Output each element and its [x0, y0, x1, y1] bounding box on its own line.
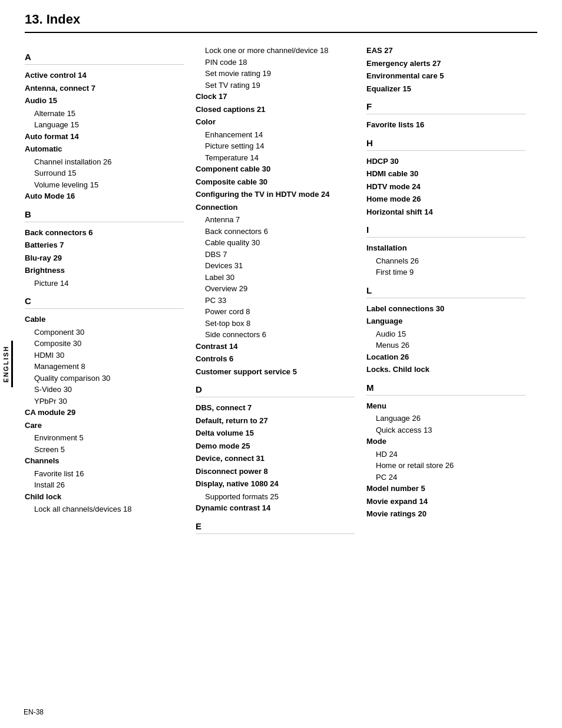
index-entry: Install 26	[25, 479, 184, 491]
index-entry: Delta volume 15	[196, 427, 355, 439]
index-entry: Movie expand 14	[366, 496, 525, 508]
index-entry: Location 26	[366, 351, 525, 363]
index-entry: YPbPr 30	[25, 396, 184, 407]
index-entry: Demo mode 25	[196, 440, 355, 452]
section-rule	[196, 533, 355, 534]
index-entry: Connection	[196, 202, 355, 213]
index-entry: Color	[196, 116, 355, 128]
index-entry: Picture 14	[25, 278, 184, 289]
index-entry: Default, return to 27	[196, 415, 355, 427]
index-entry: Language 26	[366, 413, 525, 424]
index-entry: Devices 31	[196, 260, 355, 272]
index-entry: Mode	[366, 436, 525, 447]
index-entry: Device, connect 31	[196, 453, 355, 465]
index-entry: Power cord 8	[196, 306, 355, 318]
index-entry: Cable	[25, 314, 184, 325]
index-entry: Volume leveling 15	[25, 179, 184, 191]
index-entry: Environment 5	[25, 432, 184, 444]
index-entry: PC 33	[196, 295, 355, 307]
index-entry: Closed captions 21	[196, 104, 355, 116]
index-entry: Quality comparison 30	[25, 373, 184, 384]
index-entry: Menus 26	[366, 340, 525, 351]
index-entry: Picture setting 14	[196, 140, 355, 152]
index-entry: Emergency alerts 27	[366, 58, 525, 70]
section-rule	[25, 308, 184, 309]
index-entry: Temperature 14	[196, 152, 355, 164]
index-entry: Quick access 13	[366, 424, 525, 436]
index-entry: Auto format 14	[25, 131, 184, 143]
section-letter-I: I	[366, 225, 525, 235]
index-entry: Disconnect power 8	[196, 466, 355, 477]
index-entry: Favorite lists 16	[366, 119, 525, 131]
index-entry: Automatic	[25, 143, 184, 155]
column-1: AActive control 14Antenna, connect 7Audi…	[25, 45, 196, 539]
index-entry: Locks. Child lock	[366, 364, 525, 375]
index-entry: DBS 7	[196, 249, 355, 261]
index-entry: Back connectors 6	[25, 227, 184, 239]
index-entry: Care	[25, 420, 184, 431]
index-entry: Movie ratings 20	[366, 508, 525, 520]
section-rule	[366, 298, 525, 298]
section-letter-E: E	[196, 521, 355, 531]
index-entry: Batteries 7	[25, 239, 184, 251]
index-entry: Composite 30	[25, 338, 184, 350]
index-entry: Language 15	[25, 119, 184, 131]
index-entry: Channels 26	[366, 255, 525, 267]
index-entry: Model number 5	[366, 483, 525, 495]
index-entry: Display, native 1080 24	[196, 478, 355, 490]
index-entry: Enhancement 14	[196, 129, 355, 141]
section-rule	[196, 397, 355, 397]
index-entry: Channels	[25, 455, 184, 467]
section-letter-L: L	[366, 285, 525, 295]
index-entry: Configuring the TV in HDTV mode 24	[196, 189, 355, 200]
index-entry: Supported formats 25	[196, 491, 355, 503]
index-entry: Contrast 14	[196, 341, 355, 353]
section-letter-H: H	[366, 138, 525, 148]
section-letter-M: M	[366, 383, 525, 393]
index-entry: Set movie rating 19	[196, 68, 355, 80]
section-rule	[366, 237, 525, 238]
section-rule	[25, 222, 184, 222]
footer: EN-38	[24, 708, 44, 716]
index-entry: Home mode 26	[366, 193, 525, 205]
index-entry: Channel installation 26	[25, 156, 184, 168]
index-entry: Audio 15	[25, 95, 184, 107]
index-entry: Active control 14	[25, 70, 184, 81]
column-3: EAS 27Emergency alerts 27Environmental c…	[366, 45, 537, 539]
section-rule	[25, 64, 184, 65]
section-letter-D: D	[196, 384, 355, 394]
index-entry: Label 30	[196, 272, 355, 284]
index-entry: Menu	[366, 400, 525, 412]
index-entry: HDCP 30	[366, 156, 525, 167]
index-entry: Component cable 30	[196, 163, 355, 175]
index-entry: PIN code 18	[196, 57, 355, 68]
index-entry: HDTV mode 24	[366, 181, 525, 193]
index-entry: Environmental care 5	[366, 70, 525, 82]
sidebar-text: ENGLISH	[1, 341, 13, 387]
index-entry: Composite cable 30	[196, 176, 355, 188]
index-entry: EAS 27	[366, 45, 525, 57]
index-entry: Lock all channels/devices 18	[25, 503, 184, 515]
index-entry: DBS, connect 7	[196, 402, 355, 414]
index-entry: Blu-ray 29	[25, 252, 184, 264]
index-entry: First time 9	[366, 266, 525, 278]
index-entry: Alternate 15	[25, 108, 184, 120]
index-entry: Controls 6	[196, 353, 355, 365]
index-entry: Audio 15	[366, 328, 525, 340]
index-entry: Equalizer 15	[366, 83, 525, 95]
section-rule	[366, 150, 525, 151]
index-entry: Language	[366, 315, 525, 327]
index-entry: HDMI cable 30	[366, 168, 525, 180]
sidebar: ENGLISH	[0, 0, 13, 728]
index-entry: Antenna 7	[196, 214, 355, 226]
index-entry: Back connectors 6	[196, 226, 355, 238]
index-entry: Brightness	[25, 265, 184, 276]
index-entry: S-Video 30	[25, 384, 184, 396]
section-letter-A: A	[25, 52, 184, 62]
index-entry: Dynamic contrast 14	[196, 502, 355, 514]
title-divider	[25, 32, 537, 33]
index-entry: CA module 29	[25, 407, 184, 419]
index-entry: Child lock	[25, 491, 184, 503]
index-entry: Management 8	[25, 361, 184, 373]
index-entry: Set TV rating 19	[196, 80, 355, 91]
